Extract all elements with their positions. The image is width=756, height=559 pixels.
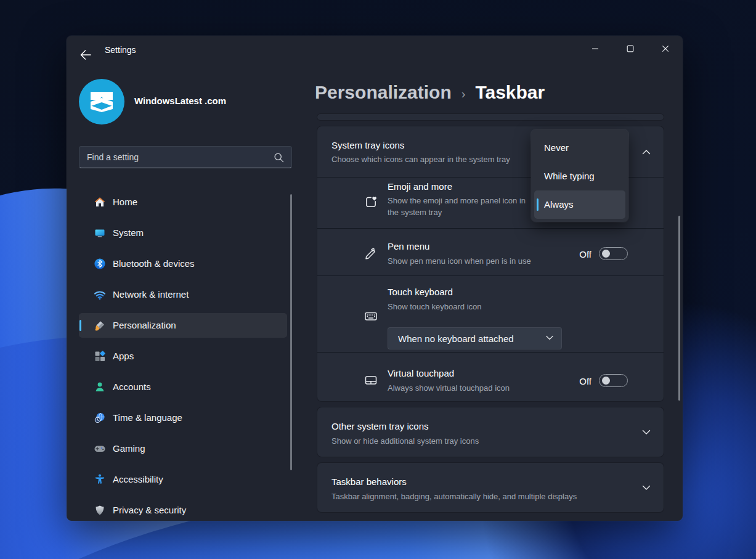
sidebar-item-label: Time & language — [113, 406, 182, 430]
chevron-down-icon — [642, 430, 651, 435]
back-button[interactable] — [76, 46, 95, 64]
minimize-button[interactable] — [577, 36, 612, 62]
expand-button[interactable] — [639, 425, 654, 439]
sidebar-item-accounts[interactable]: Accounts — [79, 375, 287, 399]
search-icon — [274, 152, 284, 163]
sidebar-item-system[interactable]: System — [79, 221, 287, 245]
pen-menu-toggle[interactable] — [599, 247, 628, 260]
sidebar-item-time-language[interactable]: Time & language — [79, 406, 287, 430]
personalization-icon — [94, 319, 106, 332]
setting-subtitle: Always show virtual touchpad icon — [388, 382, 510, 394]
setting-subtitle: Choose which icons can appear in the sys… — [331, 155, 510, 164]
setting-title: Emoji and more — [388, 181, 452, 192]
sidebar-item-label: Personalization — [113, 313, 176, 338]
close-button[interactable] — [648, 36, 683, 62]
collapse-expander-button[interactable] — [639, 144, 654, 159]
flyout-option-label: While typing — [544, 162, 595, 190]
sidebar-item-label: Gaming — [113, 436, 145, 461]
close-icon — [662, 45, 669, 52]
sidebar-item-label: Accounts — [113, 375, 151, 399]
setting-title: Pen menu — [388, 241, 429, 251]
sidebar-item-bluetooth-devices[interactable]: Bluetooth & devices — [79, 251, 287, 276]
windowslatest-logo-icon — [89, 91, 114, 113]
page-title: Taskbar — [475, 82, 545, 103]
window-controls — [577, 36, 683, 62]
avatar — [79, 79, 124, 124]
sidebar-item-gaming[interactable]: Gaming — [79, 436, 287, 461]
gaming-icon — [94, 443, 106, 455]
toggle-state-label: Off — [561, 249, 591, 259]
minimize-icon — [591, 45, 599, 52]
flyout-option-while-typing[interactable]: While typing — [534, 162, 625, 190]
selection-pill — [79, 320, 81, 331]
content-scrollbar[interactable] — [678, 216, 680, 401]
sidebar-item-label: Apps — [113, 344, 134, 369]
back-arrow-icon — [80, 50, 91, 60]
privacy-security-icon — [94, 504, 106, 516]
toggle-knob — [602, 377, 610, 385]
maximize-button[interactable] — [612, 36, 648, 62]
search-box — [79, 146, 292, 168]
flyout-option-always[interactable]: Always — [534, 190, 625, 219]
toggle-state-label: Off — [561, 376, 591, 386]
accessibility-icon — [94, 473, 106, 486]
system-icon — [94, 227, 106, 239]
setting-title: Taskbar behaviors — [331, 476, 407, 487]
setting-subtitle: Show pen menu icon when pen is in use — [388, 255, 531, 267]
touch-keyboard-icon — [363, 308, 379, 324]
sidebar-item-label: Accessibility — [113, 467, 163, 492]
maximize-icon — [627, 45, 634, 52]
setting-subtitle: Show the emoji and more panel icon in th… — [388, 195, 532, 218]
setting-title: Virtual touchpad — [388, 368, 454, 378]
sidebar-item-accessibility[interactable]: Accessibility — [79, 467, 287, 492]
setting-title: Touch keyboard — [388, 287, 453, 297]
setting-subtitle: Show or hide additional system tray icon… — [331, 436, 479, 446]
virtual-touchpad-toggle[interactable] — [599, 374, 628, 387]
expand-button[interactable] — [639, 480, 654, 495]
toggle-knob — [602, 250, 610, 258]
accounts-icon — [94, 381, 106, 393]
breadcrumb: Personalization › Taskbar — [315, 82, 545, 103]
chevron-up-icon — [642, 149, 651, 155]
setting-subtitle: Taskbar alignment, badging, automaticall… — [331, 492, 577, 501]
titlebar: Settings — [67, 36, 683, 65]
settings-window: Settings Win — [67, 36, 683, 521]
time-language-icon — [94, 412, 106, 424]
app-title: Settings — [105, 36, 136, 65]
network-icon — [94, 288, 106, 301]
taskbar-behaviors-card[interactable]: Taskbar behaviors Taskbar alignment, bad… — [317, 463, 664, 512]
breadcrumb-separator-icon: › — [461, 84, 466, 101]
setting-title: System tray icons — [331, 140, 404, 150]
virtual-touchpad-icon — [363, 372, 379, 388]
flyout-option-label: Never — [544, 134, 569, 162]
sidebar-item-apps[interactable]: Apps — [79, 344, 287, 369]
emoji-and-more-icon — [363, 194, 379, 210]
pen-icon — [363, 245, 379, 261]
dropdown-value: When no keyboard attached — [398, 333, 514, 344]
home-icon — [94, 196, 106, 208]
desktop: Settings Win — [0, 0, 756, 559]
sidebar-item-personalization[interactable]: Personalization — [79, 313, 287, 338]
chevron-down-icon — [546, 335, 553, 340]
touch-keyboard-dropdown[interactable]: When no keyboard attached — [388, 327, 562, 349]
apps-icon — [94, 350, 106, 362]
flyout-option-label: Always — [544, 190, 574, 219]
other-system-tray-icons-card[interactable]: Other system tray icons Show or hide add… — [317, 407, 664, 457]
sidebar-scrollbar[interactable] — [290, 194, 292, 470]
setting-subtitle: Show touch keyboard icon — [388, 301, 481, 312]
system-tray-visibility-flyout: Never While typing Always — [531, 129, 628, 222]
sidebar-item-label: Network & internet — [113, 282, 189, 307]
flyout-option-never[interactable]: Never — [534, 134, 625, 162]
sidebar-item-home[interactable]: Home — [79, 190, 287, 214]
sidebar-item-privacy-security[interactable]: Privacy & security — [79, 498, 287, 521]
account-name: WindowsLatest .com — [134, 96, 226, 106]
bluetooth-icon — [94, 258, 106, 270]
sidebar-item-network-internet[interactable]: Network & internet — [79, 282, 287, 307]
selection-pill — [537, 198, 539, 211]
sidebar-item-label: Bluetooth & devices — [113, 251, 195, 276]
sidebar-item-label: Home — [113, 190, 137, 214]
breadcrumb-parent[interactable]: Personalization — [315, 82, 452, 103]
sidebar-item-label: Privacy & security — [113, 498, 186, 521]
search-input[interactable] — [87, 147, 266, 168]
sidebar-nav: Home System — [79, 190, 287, 521]
